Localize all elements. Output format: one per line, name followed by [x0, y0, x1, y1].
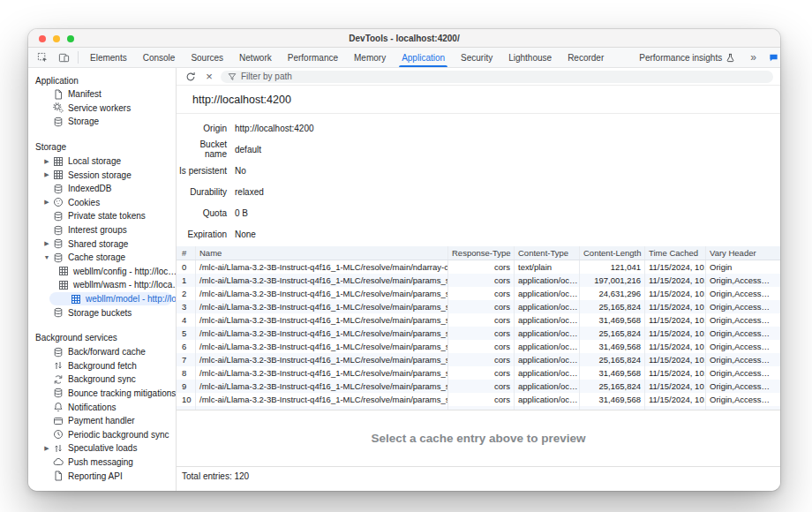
- column-header-name[interactable]: Name: [196, 246, 448, 260]
- sidebar-item-label: Storage: [68, 117, 99, 126]
- database-icon: [53, 388, 64, 398]
- column-header-vary-header[interactable]: Vary Header: [706, 246, 780, 260]
- sidebar-item-periodic-background-sync[interactable]: Periodic background sync: [28, 427, 176, 441]
- sidebar-item-cache-storage[interactable]: ▼Cache storage: [28, 251, 176, 265]
- tab-performance[interactable]: Performance: [280, 48, 346, 67]
- table-icon: [53, 169, 64, 180]
- sidebar-item-local-storage[interactable]: ▶Local storage: [28, 154, 176, 169]
- expander-collapsed-icon[interactable]: ▶: [41, 445, 53, 452]
- sidebar-item-shared-storage[interactable]: ▶Shared storage: [28, 237, 176, 251]
- cell-index: 7: [177, 353, 196, 366]
- tab-security[interactable]: Security: [453, 48, 500, 67]
- tab-network[interactable]: Network: [231, 48, 280, 67]
- table-row[interactable]: 6/mlc-ai/Llama-3.2-3B-Instruct-q4f16_1-M…: [177, 340, 780, 353]
- cell-response-type: cors: [448, 313, 515, 327]
- table-row[interactable]: 10/mlc-ai/Llama-3.2-3B-Instruct-q4f16_1-…: [177, 393, 780, 406]
- tab-lighthouse[interactable]: Lighthouse: [500, 48, 560, 67]
- table-row[interactable]: 8/mlc-ai/Llama-3.2-3B-Instruct-q4f16_1-M…: [177, 366, 780, 380]
- tab-elements[interactable]: Elements: [82, 48, 135, 67]
- sidebar-item-background-fetch[interactable]: Background fetch: [28, 359, 176, 373]
- column-header-time-cached[interactable]: Time Cached: [645, 246, 706, 260]
- tab-label: Console: [143, 53, 176, 63]
- cell-content-length: 25,165,824: [580, 300, 645, 313]
- tab-console[interactable]: Console: [135, 48, 184, 67]
- cloud-icon: [53, 456, 64, 467]
- tab-memory[interactable]: Memory: [346, 48, 394, 67]
- sidebar-item-session-storage[interactable]: ▶Session storage: [28, 168, 176, 182]
- sidebar-item-background-sync[interactable]: Background sync: [28, 373, 176, 387]
- toolbar-divider: [78, 51, 79, 64]
- clear-icon[interactable]: ×: [202, 70, 216, 84]
- more-tabs-button[interactable]: »: [743, 51, 763, 64]
- desktop-background: DevTools - localhost:4200/ ElementsConso…: [0, 0, 812, 512]
- column-header-content-type[interactable]: Content-Type: [515, 246, 580, 260]
- table-row[interactable]: 4/mlc-ai/Llama-3.2-3B-Instruct-q4f16_1-M…: [177, 313, 780, 327]
- table-row[interactable]: 5/mlc-ai/Llama-3.2-3B-Instruct-q4f16_1-M…: [177, 327, 780, 340]
- issues-bubble-icon: [769, 53, 778, 63]
- devtools-tabbar: ElementsConsoleSourcesNetworkPerformance…: [28, 48, 780, 68]
- cookie-icon: [53, 197, 64, 207]
- sidebar-item-notifications[interactable]: Notifications: [28, 400, 176, 414]
- sidebar-item-push-messaging[interactable]: Push messaging: [28, 456, 176, 470]
- cell-name: /mlc-ai/Llama-3.2-3B-Instruct-q4f16_1-ML…: [196, 393, 448, 406]
- sidebar-item-payment-handler[interactable]: Payment handler: [28, 414, 176, 428]
- column-header-content-length[interactable]: Content-Length: [580, 246, 645, 260]
- table-row[interactable]: 2/mlc-ai/Llama-3.2-3B-Instruct-q4f16_1-M…: [177, 287, 780, 300]
- tab-performance-insights[interactable]: Performance insights: [631, 48, 743, 67]
- sidebar-item-private-state-tokens[interactable]: Private state tokens: [28, 209, 176, 223]
- column-header-[interactable]: #: [177, 246, 196, 260]
- inspect-element-icon[interactable]: [32, 48, 53, 67]
- cell-vary-header: Origin: [706, 260, 780, 274]
- table-row[interactable]: 1/mlc-ai/Llama-3.2-3B-Instruct-q4f16_1-M…: [177, 274, 780, 287]
- sidebar-item-speculative-loads[interactable]: ▶Speculative loads: [28, 441, 176, 456]
- cell-response-type: cors: [448, 300, 515, 313]
- detail-value: No: [235, 166, 246, 176]
- device-toolbar-icon[interactable]: [53, 48, 74, 67]
- table-row[interactable]: 3/mlc-ai/Llama-3.2-3B-Instruct-q4f16_1-M…: [177, 300, 780, 313]
- expander-collapsed-icon[interactable]: ▶: [41, 171, 53, 178]
- filter-input[interactable]: [241, 72, 766, 81]
- sidebar-item-webllm-wasm-http-loca[interactable]: webllm/wasm - http://loca…: [28, 278, 176, 292]
- expander-collapsed-icon[interactable]: ▶: [41, 240, 53, 247]
- filter-field[interactable]: [221, 71, 773, 83]
- sidebar-item-bounce-tracking-mitigations[interactable]: Bounce tracking mitigations: [28, 387, 176, 401]
- cell-content-type: application/oc…: [515, 353, 580, 366]
- sidebar-item-label: Cache storage: [68, 252, 125, 262]
- sidebar-item-webllm-config-http-loc[interactable]: webllm/config - http://loc…: [28, 265, 176, 279]
- cell-content-length: 31,469,568: [580, 313, 645, 327]
- tab-application[interactable]: Application: [394, 48, 453, 67]
- table-row[interactable]: 7/mlc-ai/Llama-3.2-3B-Instruct-q4f16_1-M…: [177, 353, 780, 366]
- sidebar-item-service-workers[interactable]: Service workers: [28, 102, 176, 116]
- table-row[interactable]: 9/mlc-ai/Llama-3.2-3B-Instruct-q4f16_1-M…: [177, 380, 780, 393]
- expander-expanded-icon[interactable]: ▼: [41, 254, 53, 260]
- refresh-icon[interactable]: [184, 70, 198, 84]
- tab-recorder[interactable]: Recorder: [560, 48, 612, 67]
- table-row[interactable]: 0/mlc-ai/Llama-3.2-3B-Instruct-q4f16_1-M…: [177, 260, 780, 274]
- cell-content-type: application/oc…: [515, 327, 580, 340]
- detail-row-expiration: ExpirationNone: [177, 223, 780, 245]
- sidebar-item-storage-buckets[interactable]: Storage buckets: [28, 305, 176, 320]
- cell-time-cached: 11/15/2024, 10…: [645, 313, 706, 327]
- detail-label: Origin: [177, 124, 227, 133]
- sidebar-item-indexeddb[interactable]: IndexedDB: [28, 182, 176, 196]
- sidebar-item-reporting-api[interactable]: Reporting API: [28, 469, 176, 483]
- sidebar-item-back-forward-cache[interactable]: Back/forward cache: [28, 345, 176, 359]
- tab-label: Performance insights: [639, 53, 722, 63]
- sidebar-section-application: Application: [28, 73, 176, 87]
- sidebar-item-interest-groups[interactable]: Interest groups: [28, 223, 176, 237]
- expander-collapsed-icon[interactable]: ▶: [41, 158, 53, 165]
- expander-collapsed-icon[interactable]: ▶: [41, 199, 53, 206]
- table-header-row: #NameResponse-TypeContent-TypeContent-Le…: [177, 246, 780, 260]
- column-header-response-type[interactable]: Response-Type: [448, 246, 515, 260]
- devtools-body: ApplicationManifestService workersStorag…: [28, 68, 780, 491]
- sidebar-item-storage[interactable]: Storage: [28, 115, 176, 129]
- cell-vary-header: Origin,Access…: [706, 327, 780, 340]
- sidebar-item-webllm-model-http-loc[interactable]: webllm/model - http://loc…: [49, 292, 172, 306]
- issues-counter[interactable]: 3: [763, 53, 780, 63]
- sidebar-item-manifest[interactable]: Manifest: [28, 87, 176, 102]
- tab-sources[interactable]: Sources: [183, 48, 231, 67]
- cell-vary-header: Origin,Access…: [706, 287, 780, 300]
- sidebar-item-label: Periodic background sync: [68, 430, 169, 440]
- sidebar-item-cookies[interactable]: ▶Cookies: [28, 196, 176, 210]
- sidebar-item-label: Local storage: [68, 156, 121, 166]
